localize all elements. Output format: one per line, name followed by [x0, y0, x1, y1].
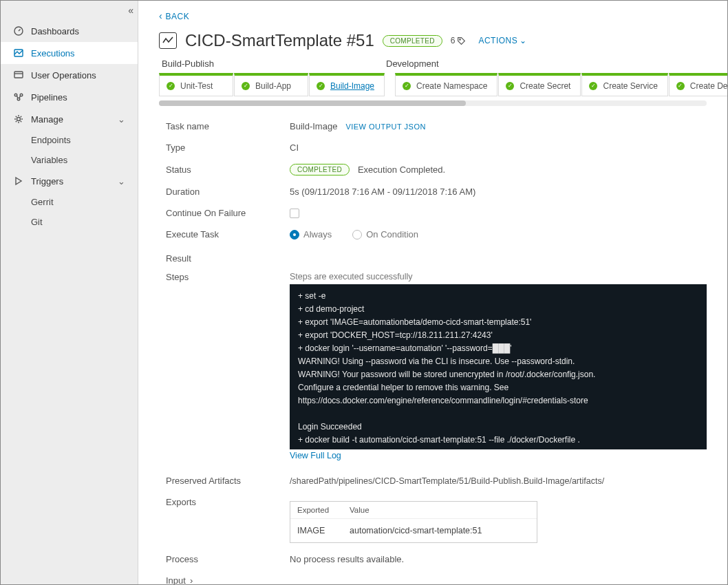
status-badge: COMPLETED	[383, 35, 442, 47]
radio-oncondition[interactable]: On Condition	[352, 229, 418, 240]
exports-label: Exports	[166, 497, 290, 507]
radio-oncond-label: On Condition	[366, 229, 418, 240]
status-text: Execution Completed.	[358, 164, 445, 175]
exec-label: Execute Task	[166, 229, 290, 240]
check-icon: ✓	[676, 82, 685, 90]
task-label: Build-Image	[330, 81, 374, 91]
check-icon: ✓	[403, 82, 411, 90]
artifacts-label: Preserved Artifacts	[166, 476, 290, 486]
duration-value: 5s (09/11/2018 7:16 AM - 09/11/2018 7:16…	[290, 187, 707, 197]
artifacts-path: /sharedPath/pipelines/CICD-SmartTemplate…	[290, 476, 707, 486]
process-label: Process	[166, 554, 290, 564]
sidebar-item-triggers[interactable]: Triggers ⌄	[1, 170, 138, 192]
triggers-icon	[13, 176, 24, 187]
exports-value: automation/cicd-smart-template:51	[350, 526, 482, 535]
check-icon: ✓	[506, 82, 514, 90]
result-section-title: Result	[166, 245, 707, 266]
sidebar-item-dashboards[interactable]: Dashboards	[1, 20, 138, 42]
stages: Build-Publish Development ✓Unit-Test ✓Bu…	[138, 58, 727, 106]
task-create-deployment[interactable]: ✓Create Deployment	[669, 73, 727, 96]
type-value: CI	[290, 142, 707, 153]
task-label: Create Namespace	[416, 81, 487, 91]
input-section-toggle[interactable]: Input ›	[166, 575, 193, 584]
dashboard-icon	[13, 25, 24, 36]
user-ops-icon	[13, 70, 24, 81]
sidebar-item-label: Dashboards	[31, 26, 79, 36]
exports-head-value: Value	[350, 506, 370, 514]
stage-scrollbar[interactable]	[159, 100, 707, 106]
task-name-label: Task name	[166, 121, 290, 131]
sidebar-item-label: Pipelines	[31, 92, 67, 103]
type-label: Type	[166, 142, 290, 153]
sidebar-item-manage[interactable]: Manage ⌄	[1, 108, 138, 130]
task-create-service[interactable]: ✓Create Service	[581, 73, 667, 96]
scroll-thumb[interactable]	[159, 100, 466, 106]
steps-label: Steps	[166, 272, 290, 282]
task-label: Build-App	[255, 81, 291, 91]
chevron-down-icon: ⌄	[118, 114, 125, 125]
sidebar-sub-variables[interactable]: Variables	[1, 150, 138, 170]
radio-always[interactable]: Always	[290, 229, 332, 240]
console-output: + set -e + cd demo-project + export 'IMA…	[290, 284, 707, 449]
sidebar-item-label: Triggers	[31, 176, 63, 187]
status-label: Status	[166, 164, 290, 175]
task-build-image[interactable]: ✓Build-Image	[309, 73, 385, 96]
svg-rect-2	[14, 72, 23, 78]
sidebar-sub-endpoints[interactable]: Endpoints	[1, 130, 138, 150]
check-icon: ✓	[589, 82, 597, 90]
process-message: No process results available.	[290, 554, 707, 564]
input-label: Input	[166, 575, 186, 584]
tag-count[interactable]: 6	[451, 36, 467, 45]
sidebar-sub-gerrit[interactable]: Gerrit	[1, 192, 138, 212]
chevron-right-icon: ›	[190, 575, 193, 584]
task-build-app[interactable]: ✓Build-App	[234, 73, 308, 96]
executions-icon	[13, 47, 24, 58]
exports-row: IMAGE automation/cicd-smart-template:51	[290, 518, 537, 542]
exports-head-exported: Exported	[297, 506, 350, 514]
sidebar-item-executions[interactable]: Executions	[1, 42, 138, 64]
check-icon: ✓	[167, 82, 175, 90]
steps-message: Steps are executed successfully	[290, 272, 707, 281]
task-label: Unit-Test	[180, 81, 213, 91]
actions-dropdown[interactable]: ACTIONS ⌄	[478, 36, 526, 45]
sidebar-item-label: User Operations	[31, 70, 96, 81]
page-header: CICD-SmartTemplate #51 COMPLETED 6 ACTIO…	[138, 30, 727, 58]
cof-label: Continue On Failure	[166, 208, 290, 218]
sidebar-item-label: Manage	[31, 114, 63, 125]
main-content: BACK CICD-SmartTemplate #51 COMPLETED 6 …	[138, 1, 727, 584]
pipeline-icon	[159, 32, 177, 49]
view-output-json-link[interactable]: VIEW OUTPUT JSON	[345, 123, 426, 131]
check-icon: ✓	[317, 82, 325, 90]
task-name-value: Build-Image	[290, 121, 337, 131]
stage-label-build-publish: Build-Publish	[159, 58, 383, 69]
gear-icon	[13, 114, 24, 125]
cof-checkbox[interactable]	[290, 209, 299, 218]
chevron-down-icon: ⌄	[118, 176, 125, 187]
task-create-secret[interactable]: ✓Create Secret	[498, 73, 581, 96]
svg-point-7	[460, 39, 461, 40]
sidebar-item-user-operations[interactable]: User Operations	[1, 64, 138, 86]
status-badge: COMPLETED	[290, 164, 350, 176]
task-unit-test[interactable]: ✓Unit-Test	[159, 73, 233, 96]
exports-table: Exported Value IMAGE automation/cicd-sma…	[290, 501, 537, 543]
tag-icon	[457, 36, 466, 45]
task-label: Create Deployment	[690, 81, 727, 91]
chevron-down-icon: ⌄	[520, 36, 527, 45]
back-link-wrap: BACK	[138, 1, 727, 30]
page-title: CICD-SmartTemplate #51	[185, 31, 374, 50]
svg-point-6	[17, 118, 21, 121]
task-create-namespace[interactable]: ✓Create Namespace	[395, 73, 497, 96]
sidebar: « Dashboards Executions User Operations	[1, 1, 138, 584]
back-button[interactable]: BACK	[159, 12, 189, 21]
exports-key: IMAGE	[297, 526, 350, 535]
task-label: Create Secret	[520, 81, 570, 91]
sidebar-collapse-icon[interactable]: «	[128, 5, 133, 16]
sidebar-item-pipelines[interactable]: Pipelines	[1, 86, 138, 108]
check-icon: ✓	[242, 82, 250, 90]
sidebar-sub-git[interactable]: Git	[1, 212, 138, 232]
radio-always-label: Always	[303, 229, 332, 240]
task-label: Create Service	[603, 81, 657, 91]
tag-count-value: 6	[451, 36, 456, 45]
task-details: Task name Build-Image VIEW OUTPUT JSON T…	[138, 106, 727, 584]
view-full-log-link[interactable]: View Full Log	[290, 451, 341, 460]
